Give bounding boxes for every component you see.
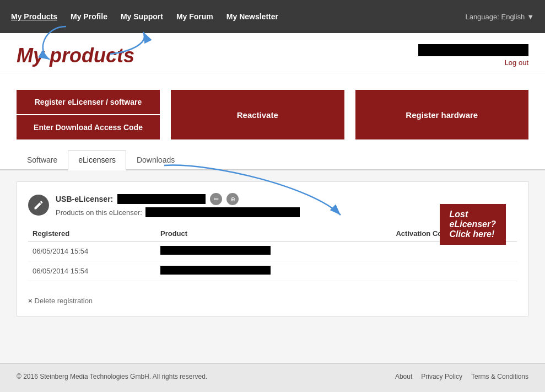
- nav-my-support[interactable]: My Support: [121, 12, 163, 21]
- register-hardware-button[interactable]: Register hardware: [355, 90, 529, 139]
- user-redacted-bar: [418, 44, 528, 56]
- tab-downloads[interactable]: Downloads: [126, 151, 185, 169]
- elicenser-card: Lost eLicenser? Click here! USB-eLicense…: [17, 181, 528, 316]
- delete-registration-label: Delete registration: [35, 297, 93, 305]
- elicenser-label-text: USB-eLicenser:: [56, 195, 113, 203]
- elicenser-label-row: USB-eLicenser: ✏ ⊕: [56, 193, 517, 205]
- elicenser-id-redacted: [117, 194, 206, 204]
- pencil-icon: [33, 200, 44, 211]
- products-on-label: Products on this eLicenser:: [56, 208, 142, 217]
- product-2-redacted: [160, 266, 271, 275]
- footer-links: About Privacy Policy Terms & Conditions: [395, 373, 528, 380]
- elicenser-edit-icon[interactable]: [28, 195, 49, 216]
- product-1: [156, 241, 391, 261]
- top-right-area: Log out: [418, 44, 528, 67]
- tab-elicensers[interactable]: eLicensers: [68, 151, 126, 170]
- tab-software[interactable]: Software: [17, 151, 68, 169]
- register-elicenser-button[interactable]: Register eLicenser / software: [17, 90, 160, 114]
- product-2: [156, 261, 391, 281]
- reg-date-2: 06/05/2014 15:54: [28, 261, 156, 281]
- delete-x-icon: ×: [28, 297, 33, 305]
- elicenser-globe-button[interactable]: ⊕: [226, 193, 239, 205]
- tabs-bar: Software eLicensers Downloads: [0, 151, 545, 170]
- logout-link[interactable]: Log out: [505, 58, 528, 67]
- language-label: Language: English: [465, 13, 525, 21]
- delete-registration-link[interactable]: × Delete registration: [28, 297, 93, 305]
- product-1-redacted: [160, 246, 271, 255]
- copyright: © 2016 Steinberg Media Technologies GmbH…: [17, 373, 207, 380]
- footer-about-link[interactable]: About: [395, 373, 412, 380]
- enter-download-code-button[interactable]: Enter Download Access Code: [17, 115, 160, 139]
- header: My Products My Profile My Support My For…: [0, 0, 545, 33]
- reactivate-button[interactable]: Reactivate: [171, 90, 344, 139]
- language-dropdown-icon: ▼: [527, 13, 534, 21]
- nav-my-newsletter[interactable]: My Newsletter: [226, 12, 278, 21]
- footer-privacy-link[interactable]: Privacy Policy: [421, 373, 462, 380]
- page-title: My products: [17, 44, 134, 67]
- nav-my-forum[interactable]: My Forum: [176, 12, 213, 21]
- register-group: Register eLicenser / software Enter Down…: [17, 90, 160, 139]
- elicenser-rename-button[interactable]: ✏: [210, 193, 222, 205]
- title-section: My products: [0, 33, 545, 73]
- main-container: My products: [0, 33, 545, 363]
- language-selector[interactable]: Language: English ▼: [465, 13, 534, 21]
- nav-my-products[interactable]: My Products: [11, 12, 57, 21]
- action-buttons: Register eLicenser / software Enter Down…: [0, 73, 545, 151]
- content-area: Lost eLicenser? Click here! USB-eLicense…: [0, 170, 545, 363]
- table-row: 06/05/2014 15:54: [28, 261, 517, 281]
- col-registered: Registered: [28, 226, 156, 241]
- main-nav: My Products My Profile My Support My For…: [11, 12, 278, 21]
- footer: © 2016 Steinberg Media Technologies GmbH…: [0, 363, 545, 389]
- nav-my-profile[interactable]: My Profile: [71, 12, 107, 21]
- reg-date-1: 06/05/2014 15:54: [28, 241, 156, 261]
- col-product: Product: [156, 226, 391, 241]
- products-on-redacted: [145, 207, 300, 217]
- lost-elicenser-button[interactable]: Lost eLicenser? Click here!: [440, 204, 506, 245]
- footer-terms-link[interactable]: Terms & Conditions: [471, 373, 528, 380]
- activation-2: [391, 261, 517, 281]
